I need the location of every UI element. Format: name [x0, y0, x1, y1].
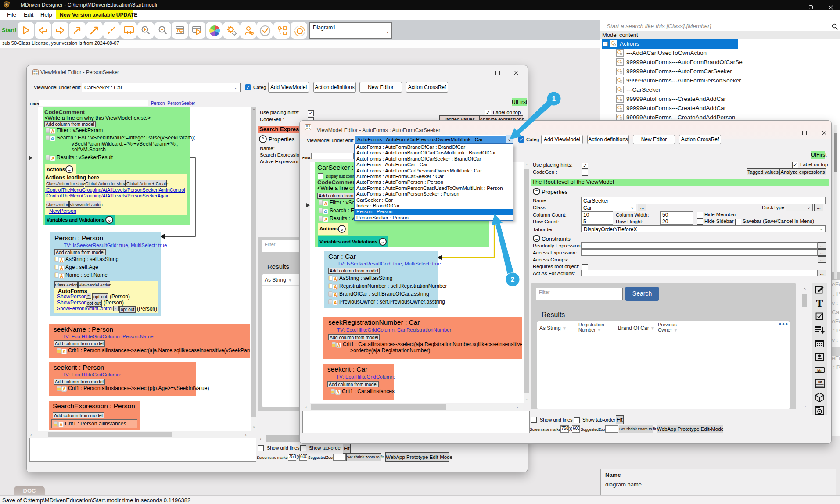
svg-text:1: 1: [552, 95, 556, 103]
svg-text:2: 2: [511, 276, 515, 283]
